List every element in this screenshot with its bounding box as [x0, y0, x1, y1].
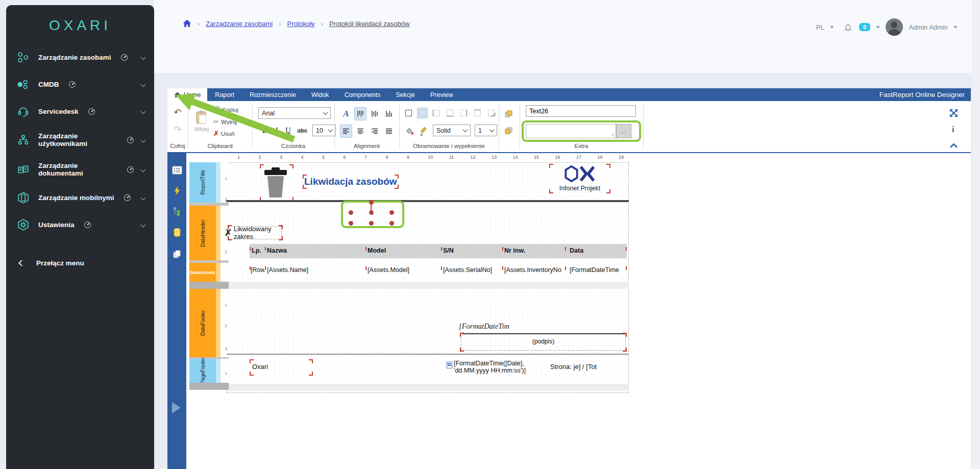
band-resize-strip[interactable]	[226, 384, 629, 391]
report-title-text-object[interactable]: Likwidacja zasobów	[304, 176, 397, 187]
line-width-select[interactable]: 1	[475, 125, 497, 136]
band-label-reporttitle[interactable]: ReportTitle 1 2	[189, 162, 229, 203]
selection-handle[interactable]	[389, 221, 394, 226]
trash-image-object[interactable]	[261, 166, 292, 200]
bring-to-front-button[interactable]	[502, 108, 515, 120]
data-panel-button[interactable]	[171, 227, 183, 238]
tab-label: Preview	[430, 91, 453, 98]
border-right-button[interactable]	[458, 108, 469, 118]
company-logo-object[interactable]: Infonet Projekt	[551, 165, 609, 192]
border-none-button[interactable]	[417, 108, 428, 118]
selection-handle[interactable]	[349, 210, 353, 215]
breadcrumb: › Zarządzanie zasobami › Protokoły › Pro…	[183, 19, 410, 28]
bold-button[interactable]: B	[259, 125, 270, 136]
sidebar-item-zarzadzanie-dokumentami[interactable]: Zarządzanie dokumentami	[6, 155, 154, 184]
footer-date-text-object[interactable]: [FormatDateTime([Date], 'dd.MM.yyyy HH:m…	[454, 360, 560, 375]
scope-label-object[interactable]: Likwidowany zakres	[229, 226, 282, 239]
font-family-select[interactable]: Arial	[258, 107, 331, 119]
sidebar-item-zarzadzanie-uzytkownikami[interactable]: Zarządzanie użytkownikami	[6, 125, 154, 155]
ruler-dot: ·	[396, 154, 398, 159]
tab-rozmieszczenie[interactable]: Rozmieszczenie	[242, 88, 304, 101]
cut-button[interactable]: ✂ Wytnij	[213, 118, 237, 126]
events-panel-button[interactable]	[171, 185, 183, 196]
paste-button[interactable]: Wklej	[192, 104, 211, 138]
data-assets-row[interactable]: [Row [Assets.Name] [Assets.Model] [Asset…	[250, 264, 627, 278]
selection-handle[interactable]	[349, 221, 353, 226]
line-object[interactable]	[226, 200, 629, 202]
selection-handle[interactable]	[389, 210, 394, 215]
avatar[interactable]	[886, 18, 903, 36]
font-color-button[interactable]: A	[340, 107, 352, 120]
strikethrough-button[interactable]: abc	[295, 125, 310, 136]
underline-button[interactable]: U	[283, 125, 293, 136]
notification-badge[interactable]: 0	[859, 23, 870, 31]
tab-widok[interactable]: Widok	[304, 88, 337, 101]
valign-middle-button[interactable]	[369, 107, 381, 120]
caret-down-icon[interactable]	[830, 26, 834, 29]
border-top-button[interactable]	[472, 108, 483, 118]
border-bottom-button[interactable]	[445, 108, 455, 118]
redo-button[interactable]: ↷	[172, 124, 184, 136]
selection-handle[interactable]	[369, 210, 374, 215]
properties-panel-button[interactable]	[171, 164, 183, 176]
band-label-pagefooter[interactable]: PageFooter 1	[189, 359, 229, 383]
tab-raport[interactable]: Raport	[207, 88, 242, 101]
language-selector[interactable]: PL	[816, 23, 824, 31]
brush-button[interactable]	[418, 125, 430, 138]
border-left-button[interactable]	[431, 108, 442, 118]
fill-color-button[interactable]	[403, 125, 415, 138]
footer-page-number-object[interactable]: Strona: je] / [Tot	[550, 361, 625, 374]
sidebar-item-ustawienia[interactable]: Ustawienia	[6, 211, 154, 238]
bell-icon[interactable]	[843, 22, 853, 32]
selection-handle[interactable]	[369, 221, 374, 226]
info-button[interactable]: i	[952, 125, 954, 134]
selection-corner	[260, 164, 264, 168]
breadcrumb-link-zasoby[interactable]: Zarządzanie zasobami	[206, 20, 273, 28]
tab-home[interactable]: Home	[167, 88, 207, 101]
copy-button[interactable]: Kopiuj	[213, 106, 238, 113]
border-all-button[interactable]	[403, 108, 414, 118]
align-center-button[interactable]	[354, 125, 366, 138]
pagefooter-top-line-object[interactable]	[227, 354, 629, 355]
band-label-dataheader[interactable]: DataHeader 1 2	[189, 206, 229, 260]
valign-bottom-button[interactable]	[383, 107, 395, 120]
breadcrumb-link-protokoly[interactable]: Protokoły	[287, 20, 314, 28]
date-expression-object[interactable]: [FormatDateTim	[459, 322, 518, 333]
collapse-ribbon-button[interactable]	[949, 141, 958, 151]
tab-sekcje[interactable]: Sekcje	[388, 88, 423, 101]
tab-components[interactable]: Components	[337, 88, 388, 101]
menu-toggle[interactable]: Przełącz menu	[6, 253, 154, 274]
border-properties-button[interactable]	[486, 108, 497, 118]
page-scrollbar[interactable]	[972, 0, 980, 469]
valign-top-button[interactable]	[354, 107, 366, 120]
font-size-select[interactable]: 10	[312, 125, 336, 136]
footer-left-text-object[interactable]: Oxari	[251, 361, 311, 374]
align-right-button[interactable]	[369, 125, 381, 138]
signature-label-object[interactable]: (podpis)	[461, 334, 626, 351]
align-justify-button[interactable]	[383, 125, 395, 138]
run-report-button[interactable]	[172, 402, 181, 413]
report-tree-button[interactable]	[171, 205, 183, 217]
sidebar-item-zarzadzanie-mobilnymi[interactable]: Zarządzanie mobilnymi	[6, 184, 154, 211]
sidebar-item-servicedesk[interactable]: Servicedesk	[6, 98, 154, 125]
sidebar-item-zarzadzanie-zasobami[interactable]: Zarządzanie zasobami	[6, 44, 154, 71]
object-name-input[interactable]	[526, 105, 636, 117]
table-header-row[interactable]: Lp. Nazwa Model S/N Nr inw. Data	[250, 244, 627, 258]
undo-button[interactable]: ↶	[172, 106, 184, 118]
caret-down-icon[interactable]	[953, 26, 958, 29]
line-style-select[interactable]: Solid	[433, 125, 471, 136]
sidebar-item-cmdb[interactable]: CMDB	[6, 71, 154, 98]
caret-down-icon[interactable]	[876, 26, 880, 29]
align-left-button[interactable]	[340, 125, 352, 138]
band-label-dataassets[interactable]: DataAssets	[189, 263, 229, 282]
italic-button[interactable]: I	[271, 125, 282, 136]
delete-button[interactable]: ✗ Usuń	[213, 130, 235, 137]
home-icon[interactable]	[183, 19, 191, 28]
band-label-datafooter[interactable]: DataFooter 1 2 3	[189, 289, 229, 357]
pages-panel-button[interactable]	[171, 248, 183, 260]
fullscreen-button[interactable]	[949, 109, 958, 119]
band-resize-strip[interactable]	[226, 282, 629, 289]
send-to-back-button[interactable]	[502, 125, 515, 137]
tab-preview[interactable]: Preview	[423, 88, 460, 101]
user-name[interactable]: Admin Admin	[909, 23, 948, 31]
